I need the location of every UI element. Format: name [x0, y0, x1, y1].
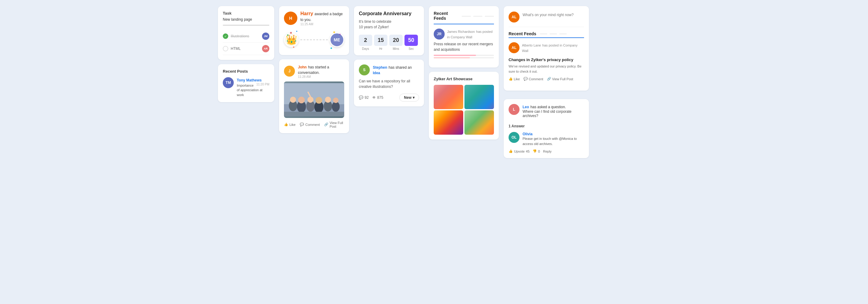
art-showcase-title: Zylker Art Showcase — [434, 77, 494, 81]
badge-recipient-avatar: ME — [330, 33, 344, 47]
svg-rect-15 — [284, 111, 344, 116]
hr-value: 15 — [374, 35, 388, 46]
privacy-like-label: Like — [514, 77, 520, 81]
privacy-like-button[interactable]: 👍 Like — [508, 77, 520, 81]
downvote-icon: 👎 — [533, 149, 537, 153]
current-user-avatar: AL — [508, 11, 520, 23]
downvote-button[interactable]: 👎 0 — [533, 149, 540, 153]
task-subtitle: New landing page — [223, 17, 269, 22]
leo-action: has asked a question. — [530, 105, 566, 109]
post-item: TM Tony Mathews 11:20 PM Importance of a… — [223, 77, 269, 97]
privacy-comment-button[interactable]: 💬 Comment — [524, 77, 543, 81]
privacy-text: We've revised and updated our privacy po… — [508, 64, 584, 74]
james-company[interactable]: Company Wall — [451, 35, 472, 39]
post-author[interactable]: Tony Mathews — [237, 78, 262, 82]
john-avatar: J — [284, 66, 295, 77]
r-tab-2 — [550, 33, 557, 34]
olivia-answer: OL Olivia Please get in touch with @Moni… — [508, 132, 584, 146]
task-card: Task New landing page ✓ Illustrations JM… — [218, 6, 274, 60]
feed-bar-inner — [434, 55, 476, 56]
leo-question-text: Where can I find old corporate archives? — [523, 109, 584, 118]
feed-item-james: JR James Richardson has posted in Compan… — [434, 29, 494, 58]
reply-button[interactable]: Reply — [543, 149, 552, 153]
feed-item-alberto: AL Alberto Lane has posted in Company Wa… — [508, 42, 584, 53]
upvote-label: Upvote — [514, 149, 525, 153]
upvote-count: 45 — [526, 149, 530, 153]
svg-point-13 — [333, 98, 338, 103]
countdown-sec: 50 Sec — [404, 35, 418, 50]
sec-value: 50 — [404, 35, 418, 46]
comment-icon: 💬 — [359, 96, 363, 100]
showcase-img-1 — [434, 85, 463, 109]
olivia-avatar: OL — [508, 132, 520, 143]
task-text-html: HTML — [231, 46, 241, 51]
showcase-img-4 — [464, 110, 494, 135]
alberto-avatar: AL — [508, 42, 520, 53]
countdown-mins: 20 Mins — [389, 35, 403, 50]
alberto-action: has posted in — [542, 43, 563, 47]
right-main-card: AL Recent Feeds AL Alberto Lane — [504, 6, 589, 91]
task-checkbox-done[interactable]: ✓ — [223, 33, 228, 39]
stephen-tag: Idea — [373, 71, 380, 75]
svg-point-7 — [307, 97, 313, 103]
privacy-actions: 👍 Like 💬 Comment 🔗 View Full Post — [508, 77, 584, 81]
answer-count: 1 Answer — [508, 124, 584, 128]
upvote-icon: 👍 — [508, 149, 513, 153]
showcase-grid — [434, 85, 494, 135]
svg-point-9 — [316, 97, 322, 104]
upvote-button[interactable]: 👍 Upvote 45 — [508, 149, 530, 153]
countdown-hr: 15 Hr — [374, 35, 388, 50]
feed-bar — [434, 55, 494, 56]
like-icon: 👍 — [284, 123, 288, 127]
badge-time: 11:25 AM — [300, 23, 344, 26]
reply-label: Reply — [543, 149, 552, 153]
comment-icon: 💬 — [524, 77, 528, 81]
badge-avatar-harry: H — [284, 11, 297, 25]
anniversary-text: It's time to celebrate10 years of Zylker… — [359, 19, 419, 30]
comment-count: 92 — [365, 96, 369, 100]
anniversary-title: Corporate Anniversary — [359, 11, 419, 16]
task-text-illustrations: Illustrations — [231, 34, 249, 38]
john-actions: 👍 Like 💬 Comment 🔗 View Full Post — [284, 121, 344, 128]
view-full-post-button[interactable]: 🔗 View Full Post — [324, 121, 344, 128]
r-tab-1 — [540, 33, 547, 34]
privacy-section: Changes in Zylker's privacy policy We've… — [508, 58, 584, 81]
view-icon: 👁 — [372, 96, 376, 100]
leo-avatar: L — [508, 104, 520, 115]
r-tab-3 — [559, 33, 567, 34]
what-input[interactable] — [523, 11, 584, 19]
art-showcase-card: Zylker Art Showcase — [429, 72, 499, 139]
downvote-count: 0 — [538, 149, 540, 153]
view-icon: 🔗 — [324, 123, 329, 127]
comment-icon: 💬 — [300, 123, 304, 127]
answer-actions: 👍 Upvote 45 👎 0 Reply — [508, 149, 584, 153]
new-button[interactable]: New ▾ — [399, 94, 419, 102]
feed-bar-inner-2 — [434, 57, 470, 58]
badge-visual: 👑 ME — [284, 30, 344, 50]
svg-point-11 — [325, 97, 331, 103]
mins-label: Mins — [389, 47, 403, 50]
anniversary-card: Corporate Anniversary It's time to celeb… — [354, 6, 424, 55]
mins-value: 20 — [389, 35, 403, 46]
avatar-illustrations: JM — [262, 33, 269, 40]
avatar-html: AR — [262, 45, 269, 52]
alberto-author[interactable]: Alberto Lane — [522, 43, 541, 47]
comment-button[interactable]: 💬 Comment — [300, 121, 320, 128]
post-time: 11:20 PM — [256, 83, 269, 86]
like-button[interactable]: 👍 Like — [284, 121, 296, 128]
james-author[interactable]: James Richardson — [447, 30, 475, 33]
privacy-comment-label: Comment — [529, 77, 543, 81]
leo-author[interactable]: Leo — [523, 105, 529, 109]
comment-stat: 💬 92 — [359, 96, 369, 100]
task-checkbox-html[interactable] — [223, 46, 228, 52]
john-conversation-image — [284, 81, 344, 118]
view-icon: 🔗 — [547, 77, 551, 81]
recent-posts-card: Recent Posts TM Tony Mathews 11:20 PM Im… — [218, 64, 274, 102]
task-item-html: HTML AR — [223, 42, 269, 55]
view-label: View Full Post — [330, 121, 344, 128]
recent-feeds-card: Recent Feeds JR James Richardson has pos… — [429, 6, 499, 67]
james-avatar: JR — [434, 29, 445, 39]
privacy-view-button[interactable]: 🔗 View Full Post — [547, 77, 574, 81]
badge-dotted-line — [300, 39, 328, 40]
james-feed-body: Press release on our recent mergers and … — [434, 41, 494, 52]
